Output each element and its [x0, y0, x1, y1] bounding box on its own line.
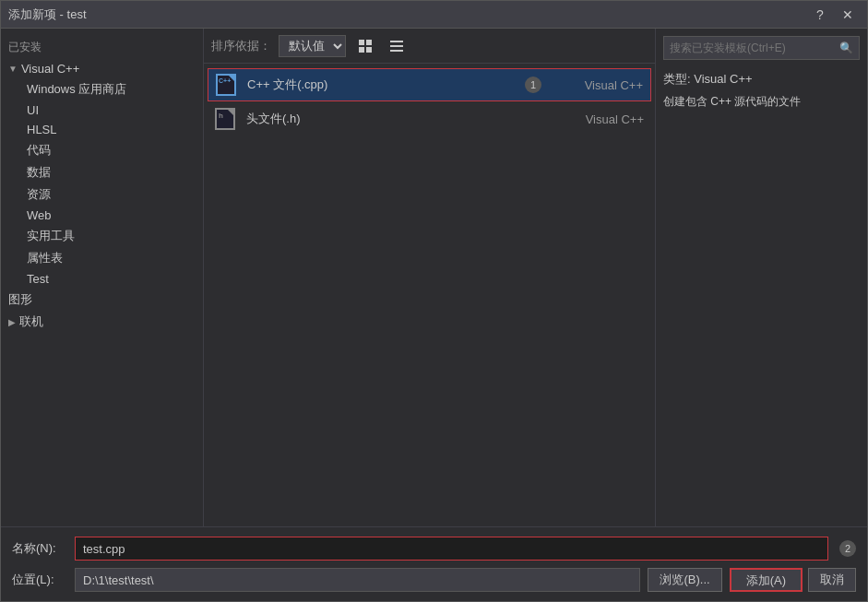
main-content: 已安装 ▼ Visual C++ Windows 应用商店 UI HLSL 代码… [1, 29, 867, 526]
search-bar: 🔍 [663, 36, 860, 60]
sidebar-item-label: Visual C++ [21, 62, 79, 76]
sidebar-item-label: 图形 [8, 291, 32, 308]
expand-arrow-collapsed-icon: ▶ [8, 317, 16, 327]
dialog: 添加新项 - test ? ✕ 已安装 ▼ Visual C++ Windows… [0, 0, 868, 602]
grid-icon [359, 40, 372, 53]
sidebar-item-ui[interactable]: UI [1, 100, 203, 120]
svg-rect-5 [390, 45, 403, 47]
location-label: 位置(L): [12, 572, 67, 588]
cpp-file-icon: C++ [216, 74, 238, 96]
expand-arrow-icon: ▼ [8, 64, 18, 74]
sidebar-item-hlsl[interactable]: HLSL [1, 120, 203, 139]
list-icon [390, 40, 403, 53]
name-input[interactable] [75, 537, 828, 561]
action-buttons: 添加(A) 取消 [730, 568, 856, 592]
sidebar-item-properties[interactable]: 属性表 [1, 247, 203, 269]
search-input[interactable] [670, 41, 836, 54]
file-list: C++ C++ 文件(.cpp) 1 Visual C++ h 头文件(.h) [204, 64, 655, 526]
sidebar-item-web[interactable]: Web [1, 206, 203, 225]
sidebar-item-data[interactable]: 数据 [1, 161, 203, 183]
step2-badge: 2 [839, 540, 856, 557]
type-label: 类型: Visual C++ [663, 71, 860, 88]
sidebar-item-tools[interactable]: 实用工具 [1, 225, 203, 247]
svg-rect-2 [359, 47, 364, 53]
sidebar-item-windows-store[interactable]: Windows 应用商店 [1, 78, 203, 100]
sidebar-item-label: 资源 [27, 186, 51, 203]
sidebar-item-label: 代码 [27, 142, 51, 159]
location-row: 位置(L): 浏览(B)... 添加(A) 取消 [12, 568, 856, 592]
sidebar-item-label: Test [27, 272, 49, 286]
h-file-name: 头文件(.h) [246, 111, 542, 127]
sidebar-item-resource[interactable]: 资源 [1, 183, 203, 206]
sidebar-item-label: UI [27, 103, 39, 117]
sort-select[interactable]: 默认值 名称 类型 [279, 35, 346, 57]
search-icon: 🔍 [839, 41, 853, 54]
name-row: 名称(N): 2 [12, 537, 856, 561]
title-bar-controls: ? ✕ [808, 5, 860, 25]
svg-rect-3 [366, 47, 372, 53]
sidebar-item-test[interactable]: Test [1, 269, 203, 289]
right-panel: 🔍 类型: Visual C++ 创建包含 C++ 源代码的文件 [655, 29, 867, 526]
dialog-title: 添加新项 - test [8, 6, 87, 23]
step1-badge: 1 [525, 77, 541, 93]
browse-button[interactable]: 浏览(B)... [648, 568, 721, 592]
close-button[interactable]: ✕ [836, 5, 860, 25]
sidebar-item-label: 实用工具 [27, 228, 75, 244]
title-bar: 添加新项 - test ? ✕ [1, 1, 867, 29]
bottom-bar: 名称(N): 2 位置(L): 浏览(B)... 添加(A) 取消 [1, 526, 867, 601]
sort-label: 排序依据： [211, 38, 271, 54]
sidebar-item-label: Web [27, 208, 52, 222]
sidebar-item-label: 联机 [19, 313, 43, 330]
location-input[interactable] [75, 568, 640, 592]
sidebar-item-label: HLSL [27, 123, 57, 136]
h-file-category: Visual C++ [552, 112, 644, 126]
file-item-h[interactable]: h 头文件(.h) Visual C++ [204, 102, 655, 136]
cancel-button[interactable]: 取消 [808, 568, 856, 592]
cpp-file-name: C++ 文件(.cpp) [247, 77, 512, 93]
sidebar-item-visual-cpp[interactable]: ▼ Visual C++ [1, 59, 203, 78]
center-panel: 排序依据： 默认值 名称 类型 [204, 29, 655, 526]
sidebar: 已安装 ▼ Visual C++ Windows 应用商店 UI HLSL 代码… [1, 29, 204, 526]
sidebar-item-label: Windows 应用商店 [27, 81, 126, 98]
h-file-icon: h [215, 108, 237, 130]
svg-rect-0 [359, 40, 364, 45]
svg-rect-4 [390, 41, 403, 42]
file-item-cpp[interactable]: C++ C++ 文件(.cpp) 1 Visual C++ [208, 68, 651, 101]
help-button[interactable]: ? [808, 5, 832, 25]
grid-view-button[interactable] [353, 35, 377, 57]
type-description: 创建包含 C++ 源代码的文件 [663, 93, 860, 110]
sidebar-item-code[interactable]: 代码 [1, 139, 203, 161]
installed-label: 已安装 [1, 36, 203, 59]
name-label: 名称(N): [12, 540, 67, 557]
list-view-button[interactable] [385, 35, 409, 57]
sidebar-item-label: 属性表 [27, 250, 63, 266]
sidebar-item-label: 数据 [27, 164, 51, 181]
add-button[interactable]: 添加(A) [730, 568, 803, 592]
svg-rect-1 [366, 40, 372, 45]
sidebar-item-graphics[interactable]: 图形 [1, 289, 203, 311]
sidebar-item-link[interactable]: ▶ 联机 [1, 311, 203, 333]
toolbar: 排序依据： 默认值 名称 类型 [204, 29, 655, 64]
cpp-file-category: Visual C++ [551, 78, 643, 92]
svg-rect-6 [390, 50, 403, 52]
